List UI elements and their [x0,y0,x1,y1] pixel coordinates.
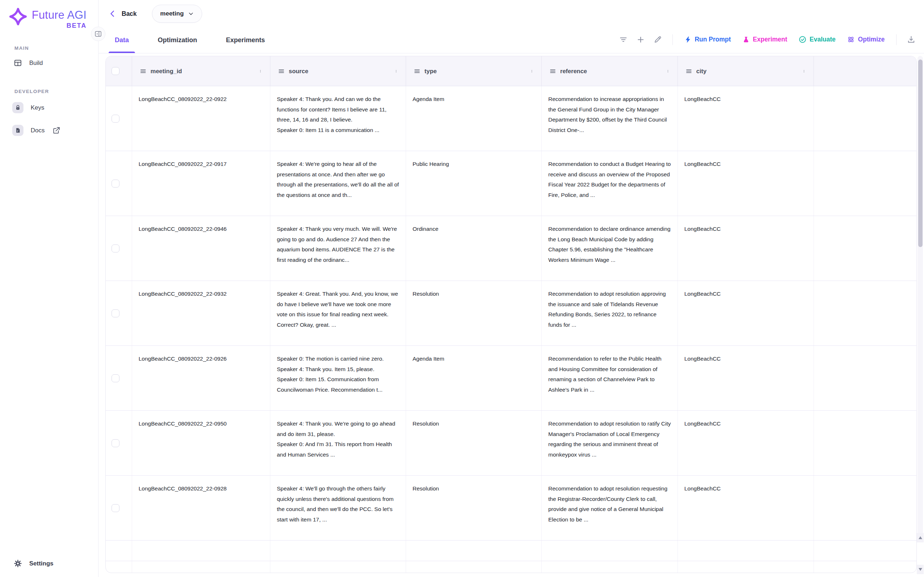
cell-city: LongBeachCC [678,411,814,475]
sidebar-item-label: Build [29,60,43,67]
tabbar: Data Optimization Experiments [99,27,924,53]
cell-source: Speaker 4: Thank you very much. We will.… [270,216,406,280]
cell-extra [814,281,916,345]
triangle-up-icon [919,536,922,539]
sparkle-diamond-icon [8,6,28,27]
cell-type: Ordinance [406,216,542,280]
kebab-dots-icon[interactable] [393,68,399,74]
sidebar-item-docs[interactable]: Docs [0,119,98,142]
row-checkbox[interactable] [111,309,120,318]
brand-logo: Future AGI BETA [0,0,98,29]
row-checkbox[interactable] [111,374,120,382]
sidebar-collapse-button[interactable] [91,27,105,41]
cell-reference: Recommendation to increase appropriation… [542,86,678,151]
column-header-reference[interactable]: reference [542,56,678,86]
cell-extra [814,411,916,475]
optimize-button[interactable]: Optimize [843,36,889,43]
check-circle-icon [799,36,806,43]
kebab-dots-icon[interactable] [257,68,263,74]
sidebar-section-developer: DEVELOPER [15,89,98,94]
window-grid-icon [14,59,22,67]
cell-type: Agenda Item [406,346,542,410]
row-checkbox[interactable] [111,115,120,122]
table-row[interactable]: LongBeachCC_08092022_22-0950 Speaker 4: … [106,411,916,475]
download-button[interactable] [904,32,918,47]
chevron-left-icon [109,10,116,18]
row-checkbox[interactable] [111,504,120,512]
cell-type: Public Hearing [406,151,542,216]
table-row[interactable]: LongBeachCC_08092022_22-0926 Speaker 0: … [106,346,916,411]
sidebar-item-label: Docs [31,127,45,134]
table-row[interactable]: LongBeachCC_08092022_22-0922 Speaker 4: … [106,86,916,151]
filter-lines-icon [619,35,628,44]
hamburger-lines-icon [140,68,146,74]
column-header-city[interactable]: city [678,56,814,86]
app-window: Future AGI BETA MAIN Build DEVELOPER [0,0,924,577]
add-row-button[interactable] [633,32,648,47]
row-select-cell [106,475,132,540]
empty-row [106,541,916,561]
kebab-dots-icon[interactable] [529,68,535,74]
tab-optimization[interactable]: Optimization [152,27,203,53]
table-header-row: meeting_id source type [106,56,916,86]
sidebar-item-keys[interactable]: Keys [0,96,98,119]
row-select-cell [106,151,132,216]
edit-button[interactable] [651,32,665,47]
table-row[interactable]: LongBeachCC_08092022_22-0932 Speaker 4: … [106,281,916,346]
column-header-extra [814,56,916,86]
hamburger-lines-icon [278,68,284,74]
cell-source: Speaker 0: The motion is carried nine ze… [270,346,406,410]
column-header-source[interactable]: source [270,56,406,86]
cell-type: Agenda Item [406,86,542,151]
sidebar-item-build[interactable]: Build [0,53,98,73]
cell-extra [814,216,916,280]
dataset-name: meeting [160,10,184,17]
row-checkbox[interactable] [111,245,120,253]
vertical-scrollbar[interactable] [918,56,923,539]
tab-data[interactable]: Data [109,27,135,53]
scrollbar-thumb[interactable] [918,60,922,247]
download-tray-icon [907,35,915,44]
scroll-up-button[interactable] [917,533,924,542]
cell-meeting-id: LongBeachCC_08092022_22-0917 [132,151,270,216]
cell-reference: Recommendation to adopt resolution to ra… [542,411,678,475]
select-all-checkbox[interactable] [111,67,120,75]
cell-source: Speaker 4: Thank you. And can we do the … [270,86,406,151]
experiment-button[interactable]: Experiment [738,36,792,43]
filter-button[interactable] [616,32,630,47]
run-prompt-button[interactable]: Run Prompt [680,36,735,43]
plus-icon [636,35,645,44]
cell-type: Resolution [406,411,542,475]
hamburger-lines-icon [550,68,556,74]
cell-reference: Recommendation to refer to the Public He… [542,346,678,410]
row-checkbox[interactable] [111,439,120,447]
document-icon [15,128,21,133]
row-checkbox[interactable] [111,180,120,187]
cell-source: Speaker 4: Thank you. We're going to go … [270,411,406,475]
cell-city: LongBeachCC [678,151,814,216]
evaluate-button[interactable]: Evaluate [795,36,840,43]
kebab-dots-icon[interactable] [665,68,671,74]
dataset-selector[interactable]: meeting [152,5,202,23]
cell-meeting-id: LongBeachCC_08092022_22-0922 [132,86,270,151]
sidebar-item-settings[interactable]: Settings [0,550,98,577]
toolbar-divider [896,34,897,45]
cell-meeting-id: LongBeachCC_08092022_22-0932 [132,281,270,345]
back-label[interactable]: Back [122,10,137,18]
empty-row [106,561,916,573]
scroll-down-button[interactable] [917,565,924,574]
external-link-icon [53,127,60,134]
table-row[interactable]: LongBeachCC_08092022_22-0917 Speaker 4: … [106,151,916,216]
gear-icon [14,559,22,567]
table-row[interactable]: LongBeachCC_08092022_22-0946 Speaker 4: … [106,216,916,281]
flask-icon [743,36,750,43]
table-row[interactable]: LongBeachCC_08092022_22-0928 Speaker 4: … [106,475,916,541]
column-header-type[interactable]: type [406,56,542,86]
select-all-cell [106,56,132,86]
cell-extra [814,346,916,410]
kebab-dots-icon[interactable] [801,68,807,74]
back-button[interactable] [109,10,116,18]
column-header-meeting_id[interactable]: meeting_id [132,56,270,86]
tab-experiments[interactable]: Experiments [220,27,271,53]
sidebar-section-main: MAIN [15,45,98,51]
